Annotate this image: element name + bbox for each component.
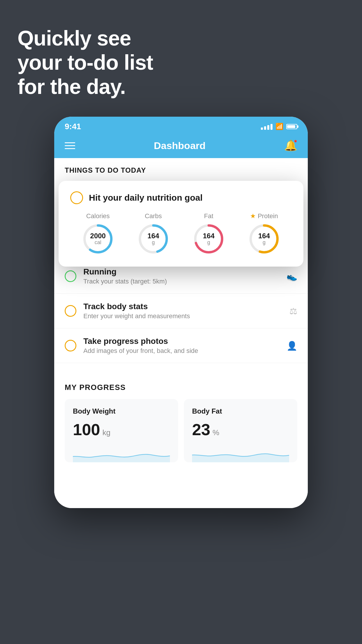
headline-line1: Quickly see <box>17 26 153 50</box>
progress-title: MY PROGRESS <box>65 375 297 392</box>
nutrition-calories-label: Calories <box>86 212 110 220</box>
todo-subtitle-photos: Add images of your front, back, and side <box>83 347 280 355</box>
headline: Quickly see your to-do list for the day. <box>17 26 153 99</box>
card-title: Hit your daily nutrition goal <box>89 193 203 203</box>
progress-value-row-weight: 100 kg <box>73 420 170 439</box>
app-title: Dashboard <box>154 140 206 151</box>
signal-icon <box>261 123 273 130</box>
scale-icon: ⚖ <box>289 306 297 316</box>
ring-value-fat: 164 <box>203 232 215 239</box>
nutrition-fat-label: Fat <box>204 212 213 220</box>
ring-unit-protein: g <box>258 239 270 246</box>
battery-icon <box>286 124 297 129</box>
app-header: Dashboard 🔔 <box>54 134 308 158</box>
todo-checkbox-running[interactable] <box>65 270 76 282</box>
todo-text-photos: Take progress photos Add images of your … <box>83 337 280 355</box>
notification-dot <box>294 139 297 143</box>
nutrition-grid: Calories 2000 cal Carbs <box>70 212 292 255</box>
todo-title-body-stats: Track body stats <box>83 302 282 311</box>
todo-subtitle-running: Track your stats (target: 5km) <box>83 278 280 285</box>
nutrition-carbs-label: Carbs <box>145 212 162 220</box>
wifi-icon: 📶 <box>275 123 283 130</box>
ring-text-carbs: 164 g <box>147 232 159 246</box>
progress-cards: Body Weight 100 kg Body Fat <box>65 399 297 462</box>
progress-unit-bodyfat: % <box>212 428 219 437</box>
todo-text-body-stats: Track body stats Enter your weight and m… <box>83 302 282 320</box>
phone-frame: 9:41 📶 Dashboard 🔔 THINGS TO DO TODAY <box>54 117 308 508</box>
menu-button[interactable] <box>65 142 75 149</box>
ring-calories: 2000 cal <box>82 223 114 255</box>
progress-value-weight: 100 <box>73 420 100 439</box>
ring-text-protein: 164 g <box>258 232 270 246</box>
todo-text-running: Running Track your stats (target: 5km) <box>83 267 280 285</box>
things-to-do-header: THINGS TO DO TODAY <box>54 158 308 177</box>
shoe-icon: 👟 <box>287 271 297 281</box>
ring-protein: 164 g <box>248 223 280 255</box>
floating-nutrition-card: Hit your daily nutrition goal Calories 2… <box>59 181 303 267</box>
progress-card-bodyfat[interactable]: Body Fat 23 % <box>184 399 297 462</box>
todo-title-photos: Take progress photos <box>83 337 280 346</box>
card-title-row: Hit your daily nutrition goal <box>70 191 292 204</box>
todo-list: Running Track your stats (target: 5km) 👟… <box>54 259 308 363</box>
todo-checkbox-body-stats[interactable] <box>65 305 76 317</box>
todo-item-photos[interactable]: Take progress photos Add images of your … <box>54 328 308 363</box>
headline-line2: your to-do list <box>17 50 153 75</box>
card-checkbox[interactable] <box>70 191 83 204</box>
status-time: 9:41 <box>65 122 81 131</box>
status-icons: 📶 <box>261 123 297 130</box>
notification-button[interactable]: 🔔 <box>284 139 297 152</box>
ring-value-carbs: 164 <box>147 232 159 239</box>
ring-text-calories: 2000 cal <box>90 232 106 246</box>
todo-checkbox-photos[interactable] <box>65 340 76 351</box>
status-bar: 9:41 📶 <box>54 117 308 134</box>
progress-card-bodyfat-title: Body Fat <box>192 407 289 415</box>
ring-fat: 164 g <box>193 223 225 255</box>
ring-carbs: 164 g <box>137 223 169 255</box>
person-icon: 👤 <box>287 341 297 351</box>
todo-subtitle-body-stats: Enter your weight and measurements <box>83 312 282 320</box>
headline-line3: for the day. <box>17 75 153 99</box>
todo-title-running: Running <box>83 267 280 276</box>
progress-unit-weight: kg <box>102 428 110 437</box>
progress-value-bodyfat: 23 <box>192 420 210 439</box>
mini-chart-bodyfat <box>192 445 289 462</box>
star-icon: ★ <box>250 212 256 220</box>
nutrition-carbs: Carbs 164 g <box>137 212 169 255</box>
ring-unit-carbs: g <box>147 239 159 246</box>
progress-section: MY PROGRESS Body Weight 100 kg <box>54 375 308 473</box>
ring-unit-fat: g <box>203 239 215 246</box>
ring-text-fat: 164 g <box>203 232 215 246</box>
ring-value-protein: 164 <box>258 232 270 239</box>
nutrition-calories: Calories 2000 cal <box>82 212 114 255</box>
todo-item-body-stats[interactable]: Track body stats Enter your weight and m… <box>54 294 308 328</box>
ring-unit-calories: cal <box>90 239 106 246</box>
progress-card-weight[interactable]: Body Weight 100 kg <box>65 399 178 462</box>
mini-chart-weight <box>73 445 170 462</box>
nutrition-protein-label: ★ Protein <box>250 212 278 220</box>
nutrition-fat: Fat 164 g <box>193 212 225 255</box>
nutrition-protein: ★ Protein 164 g <box>248 212 280 255</box>
progress-card-weight-title: Body Weight <box>73 407 170 415</box>
progress-value-row-bodyfat: 23 % <box>192 420 289 439</box>
ring-value-calories: 2000 <box>90 232 106 239</box>
